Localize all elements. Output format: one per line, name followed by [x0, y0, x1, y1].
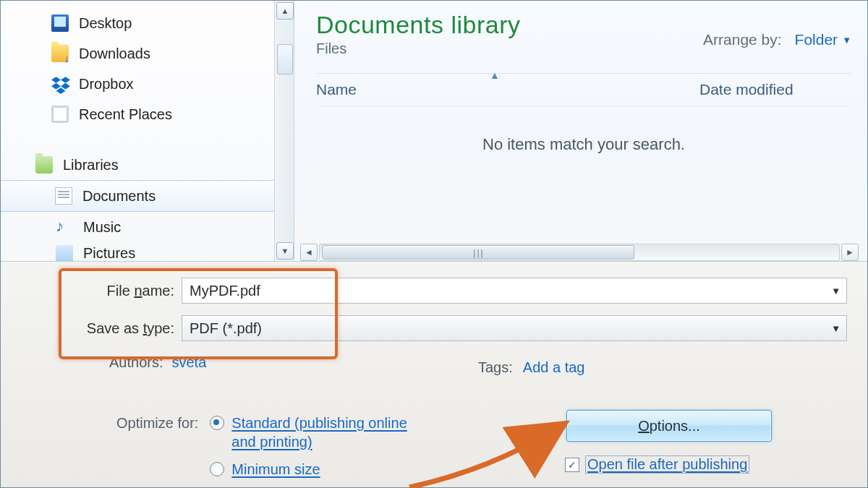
recent-places-icon [51, 106, 69, 123]
tree-item-downloads[interactable]: Downloads [1, 38, 275, 69]
scroll-left-button[interactable]: ◄ [300, 244, 318, 261]
save-as-type-label: Save as type: [1, 320, 182, 337]
save-options-panel: File name: MyPDF.pdf ▼ Save as type: PDF… [1, 261, 867, 487]
tree-label: Documents [82, 188, 156, 205]
monitor-icon [51, 14, 69, 32]
optimize-for-label: Optimize for: [116, 415, 198, 432]
music-icon [56, 218, 73, 236]
optimize-standard-label: Standard (publishing online and printing… [231, 414, 420, 451]
empty-message: No items match your search. [316, 135, 851, 154]
checkbox-checked-icon: ✓ [565, 458, 579, 472]
filename-value: MyPDF.pdf [190, 283, 260, 299]
dropbox-icon [51, 75, 69, 93]
svg-marker-0 [51, 77, 61, 83]
tree-item-recent[interactable]: Recent Places [1, 99, 275, 129]
save-as-dialog: Desktop Downloads Dropbox Recent Places [0, 0, 868, 488]
tree-label: Dropbox [79, 76, 134, 93]
tree-item-desktop[interactable]: Desktop [1, 8, 275, 38]
svg-marker-1 [61, 77, 70, 83]
tree-label: Desktop [79, 15, 132, 32]
filename-label: File name: [1, 283, 182, 299]
svg-marker-4 [56, 87, 66, 94]
tree-label: Music [83, 219, 121, 236]
svg-marker-2 [51, 83, 61, 90]
horizontal-scrollbar[interactable]: ◄ ||| ► [300, 244, 859, 261]
column-header-date[interactable]: Date modified [699, 81, 851, 98]
arrange-value-dropdown[interactable]: Folder ▼ [795, 31, 851, 48]
options-button[interactable]: Options... [566, 410, 772, 442]
filename-dropdown-icon[interactable]: ▼ [831, 286, 841, 296]
radio-unchecked-icon [210, 462, 224, 476]
column-header-name[interactable]: Name [316, 81, 699, 98]
authors-label: Authors: [109, 354, 163, 371]
svg-marker-3 [61, 83, 70, 90]
nav-tree: Desktop Downloads Dropbox Recent Places [1, 8, 275, 261]
file-list-pane: Documents library Files Arrange by: Fold… [294, 1, 867, 261]
scroll-up-button[interactable]: ▲ [276, 2, 294, 20]
pictures-icon [56, 245, 73, 261]
open-after-publishing-label: Open file after publishing [585, 455, 749, 474]
type-dropdown-icon[interactable]: ▼ [831, 323, 841, 334]
column-headers: ▲ Name Date modified [316, 73, 851, 106]
tree-label: Recent Places [79, 106, 172, 123]
document-icon [55, 187, 72, 205]
tree-section-libraries[interactable]: Libraries [1, 150, 275, 180]
downloads-folder-icon [51, 45, 69, 62]
hscroll-thumb[interactable]: ||| [322, 245, 634, 260]
tree-item-music[interactable]: Music [1, 212, 275, 242]
filename-input[interactable]: MyPDF.pdf ▼ [182, 278, 847, 304]
arrange-label: Arrange by: [703, 31, 782, 48]
chevron-down-icon: ▼ [842, 35, 851, 46]
optimize-minimum-label: Minimum size [231, 460, 320, 479]
scroll-right-button[interactable]: ► [841, 244, 859, 261]
arrange-by: Arrange by: Folder ▼ [703, 31, 851, 48]
tree-label: Pictures [83, 245, 135, 261]
tags-label: Tags: [478, 359, 513, 376]
scroll-thumb[interactable] [277, 44, 293, 74]
scroll-down-button[interactable]: ▼ [276, 242, 294, 260]
tree-label: Downloads [79, 46, 150, 62]
nav-tree-pane: Desktop Downloads Dropbox Recent Places [1, 1, 294, 261]
open-after-publishing-checkbox[interactable]: ✓ Open file after publishing [565, 455, 749, 474]
libraries-icon [35, 156, 53, 174]
sidebar-scrollbar[interactable]: ▲ ▼ [274, 1, 294, 261]
save-as-type-value: PDF (*.pdf) [190, 320, 262, 337]
tags-value[interactable]: Add a tag [523, 359, 585, 376]
optimize-standard-radio[interactable]: Standard (publishing online and printing… [210, 414, 420, 451]
tree-item-documents[interactable]: Documents [1, 180, 275, 212]
tree-item-dropbox[interactable]: Dropbox [1, 69, 275, 99]
sort-ascending-icon: ▲ [490, 69, 500, 81]
save-as-type-dropdown[interactable]: PDF (*.pdf) ▼ [182, 315, 847, 341]
tree-label: Libraries [63, 157, 119, 174]
authors-value[interactable]: sveta [171, 354, 206, 371]
tree-item-pictures[interactable]: Pictures [1, 242, 275, 261]
optimize-minimum-radio[interactable]: Minimum size [210, 460, 420, 479]
radio-checked-icon [210, 416, 224, 430]
